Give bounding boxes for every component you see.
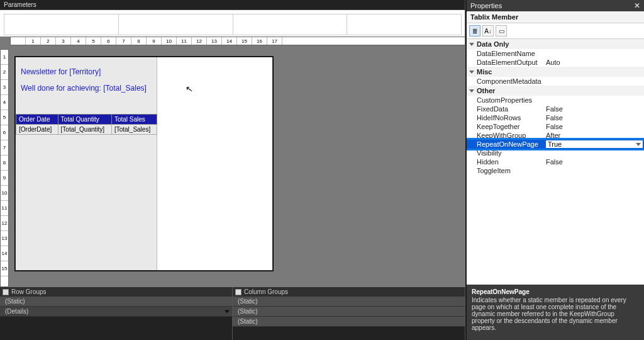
property-name: Hidden <box>477 158 546 166</box>
property-value[interactable] <box>546 77 643 85</box>
tablix-header-cell[interactable]: Order Date <box>16 115 58 125</box>
ruler-horizontal: 1234567891011121314151617 <box>10 37 465 45</box>
sort-icon: A↓ <box>484 28 492 35</box>
property-name: ToggleItem <box>477 167 546 174</box>
columns-icon <box>235 289 242 295</box>
row-groups-title: Row Groups <box>11 288 47 295</box>
property-row[interactable]: KeepTogetherFalse <box>467 122 644 131</box>
row-groups-header: Row Groups <box>0 287 232 297</box>
property-value[interactable] <box>546 50 643 57</box>
properties-titlebar[interactable]: Properties ✕ <box>467 0 644 11</box>
chevron-down-icon <box>469 89 474 93</box>
column-group-item[interactable]: (Static) <box>233 297 465 307</box>
property-row[interactable]: FixedDataFalse <box>467 105 644 113</box>
properties-grid[interactable]: Data OnlyDataElementNameDataElementOutpu… <box>467 39 644 285</box>
tablix-header-row[interactable]: Order Date Total Quantity Total Sales <box>16 115 157 125</box>
chevron-down-icon <box>469 71 474 74</box>
parameters-title: Parameters <box>0 0 465 10</box>
properties-panel: Properties ✕ Tablix Member ≣ A↓ ▭ Data O… <box>465 0 644 340</box>
param-cell[interactable] <box>4 14 119 35</box>
property-name: CustomProperties <box>477 96 546 104</box>
textbox-line[interactable]: Newsletter for [Territory] <box>21 67 152 76</box>
ruler-horizontal-area: 1234567891011121314151617 <box>0 37 465 49</box>
parameters-panel: Parameters <box>0 0 465 39</box>
row-groups-pane[interactable]: Row Groups (Static)(Details) <box>0 287 233 340</box>
property-value[interactable] <box>546 167 643 174</box>
properties-toolbar: ≣ A↓ ▭ <box>467 23 644 39</box>
property-value[interactable]: After <box>546 132 643 139</box>
report-body[interactable]: Newsletter for [Territory] Well done for… <box>16 57 157 270</box>
column-groups-pane[interactable]: Column Groups (Static)(Static)(Static) <box>233 287 465 340</box>
property-name: Visibility <box>477 149 546 157</box>
chevron-down-icon <box>469 43 474 46</box>
property-row[interactable]: DataElementOutputAuto <box>467 58 644 67</box>
textbox-line[interactable]: Well done for achieving: [Total_Sales] <box>21 84 152 93</box>
property-name: KeepWithGroup <box>477 132 546 139</box>
tablix[interactable]: Order Date Total Quantity Total Sales [O… <box>16 114 157 135</box>
property-value[interactable]: False <box>546 114 643 122</box>
property-pages-button[interactable]: ▭ <box>496 25 507 37</box>
column-groups-header: Column Groups <box>233 287 465 297</box>
rows-icon <box>3 289 9 295</box>
tablix-data-cell[interactable]: [Total_Sales] <box>111 125 157 135</box>
help-body: Indicates whether a static member is rep… <box>472 297 639 331</box>
property-name: KeepTogether <box>477 123 546 130</box>
properties-object[interactable]: Tablix Member <box>467 11 644 23</box>
property-value[interactable]: False <box>546 105 643 113</box>
column-group-item[interactable]: (Static) <box>233 317 465 327</box>
tablix-data-cell[interactable]: [OrderDate] <box>16 125 58 135</box>
property-category[interactable]: Misc <box>467 67 644 77</box>
property-name: DataElementOutput <box>477 59 546 66</box>
property-category[interactable]: Data Only <box>467 39 644 49</box>
column-groups-list[interactable]: (Static)(Static)(Static) <box>233 297 465 327</box>
row-group-item[interactable]: (Static) <box>0 297 232 307</box>
tablix-data-row[interactable]: [OrderDate] [Total_Quantity] [Total_Sale… <box>16 125 157 135</box>
help-title: RepeatOnNewPage <box>472 288 639 295</box>
property-row[interactable]: RepeatOnNewPageTrue <box>467 140 644 149</box>
design-surface[interactable]: 123456789101112131415 Newsletter for [Te… <box>0 49 465 287</box>
close-icon[interactable]: ✕ <box>634 3 640 9</box>
property-row[interactable]: DataElementName <box>467 49 644 58</box>
property-value[interactable] <box>546 96 643 104</box>
property-value[interactable]: False <box>546 123 643 130</box>
tablix-header-cell[interactable]: Total Quantity <box>58 115 111 125</box>
param-cell[interactable] <box>347 14 462 35</box>
property-value[interactable]: False <box>546 158 643 166</box>
property-value[interactable] <box>546 149 643 157</box>
report-canvas[interactable]: Newsletter for [Territory] Well done for… <box>15 57 273 271</box>
property-category[interactable]: Other <box>467 86 644 96</box>
property-row[interactable]: ComponentMetadata <box>467 77 644 86</box>
property-name: DataElementName <box>477 50 546 57</box>
column-group-item[interactable]: (Static) <box>233 307 465 317</box>
parameters-grid[interactable] <box>0 10 465 39</box>
tablix-data-cell[interactable]: [Total_Quantity] <box>58 125 111 135</box>
property-row[interactable]: Visibility <box>467 149 644 157</box>
ruler-vertical: 123456789101112131415 <box>0 49 9 287</box>
cursor-icon: ↖ <box>185 83 194 94</box>
row-group-item[interactable]: (Details) <box>0 307 232 317</box>
alphabetical-button[interactable]: A↓ <box>482 25 494 37</box>
categorized-button[interactable]: ≣ <box>469 25 480 37</box>
property-row[interactable]: ToggleItem <box>467 166 644 175</box>
property-value[interactable]: True <box>546 140 643 148</box>
property-name: ComponentMetadata <box>477 77 546 85</box>
param-cell[interactable] <box>233 14 348 35</box>
column-groups-title: Column Groups <box>244 288 288 295</box>
property-value[interactable]: Auto <box>546 59 643 66</box>
page-icon: ▭ <box>499 28 504 35</box>
property-name: RepeatOnNewPage <box>477 140 546 148</box>
property-row[interactable]: HideIfNoRowsFalse <box>467 113 644 122</box>
textbox-area[interactable]: Newsletter for [Territory] Well done for… <box>16 64 157 104</box>
property-name: FixedData <box>477 105 546 113</box>
group-panels: Row Groups (Static)(Details) Column Grou… <box>0 287 465 340</box>
property-row[interactable]: HiddenFalse <box>467 157 644 166</box>
tablix-header-cell[interactable]: Total Sales <box>111 115 157 125</box>
categorized-icon: ≣ <box>472 28 477 35</box>
property-name: HideIfNoRows <box>477 114 546 122</box>
param-cell[interactable] <box>118 14 233 35</box>
row-groups-list[interactable]: (Static)(Details) <box>0 297 232 317</box>
property-row[interactable]: CustomProperties <box>467 96 644 105</box>
properties-help: RepeatOnNewPage Indicates whether a stat… <box>467 285 644 340</box>
properties-title: Properties <box>470 2 502 9</box>
property-row[interactable]: KeepWithGroupAfter <box>467 131 644 140</box>
